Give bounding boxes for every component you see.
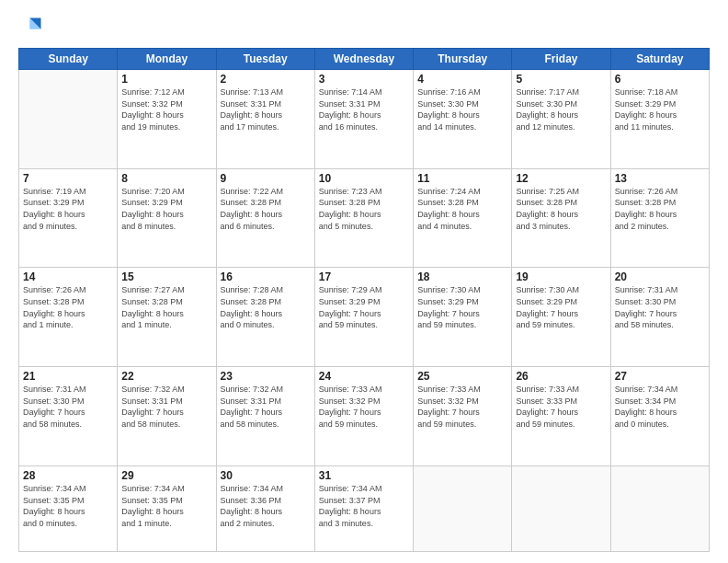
- logo: [18, 15, 48, 40]
- day-info: Sunrise: 7:14 AM Sunset: 3:31 PM Dayligh…: [319, 86, 409, 132]
- day-info: Sunrise: 7:20 AM Sunset: 3:29 PM Dayligh…: [121, 186, 211, 232]
- day-number: 15: [121, 270, 211, 283]
- calendar-cell: 12Sunrise: 7:25 AM Sunset: 3:28 PM Dayli…: [512, 168, 610, 268]
- calendar-cell: 9Sunrise: 7:22 AM Sunset: 3:28 PM Daylig…: [216, 168, 314, 268]
- day-number: 8: [121, 172, 211, 185]
- day-number: 1: [121, 73, 211, 86]
- page: SundayMondayTuesdayWednesdayThursdayFrid…: [0, 0, 728, 563]
- calendar-weekday-wednesday: Wednesday: [314, 49, 413, 70]
- day-number: 22: [121, 370, 211, 383]
- day-number: 4: [417, 73, 507, 86]
- day-number: 28: [23, 469, 113, 482]
- calendar-cell: 19Sunrise: 7:30 AM Sunset: 3:29 PM Dayli…: [512, 268, 610, 367]
- day-info: Sunrise: 7:16 AM Sunset: 3:30 PM Dayligh…: [417, 86, 507, 132]
- calendar-cell: 11Sunrise: 7:24 AM Sunset: 3:28 PM Dayli…: [414, 168, 512, 268]
- day-number: 25: [417, 370, 507, 383]
- day-number: 30: [221, 469, 311, 482]
- day-number: 6: [615, 73, 705, 86]
- calendar-cell: 17Sunrise: 7:29 AM Sunset: 3:29 PM Dayli…: [314, 268, 413, 367]
- calendar-cell: 22Sunrise: 7:32 AM Sunset: 3:31 PM Dayli…: [118, 367, 216, 466]
- day-number: 2: [221, 73, 311, 86]
- day-info: Sunrise: 7:34 AM Sunset: 3:37 PM Dayligh…: [319, 483, 409, 529]
- calendar-cell: 14Sunrise: 7:26 AM Sunset: 3:28 PM Dayli…: [19, 268, 118, 367]
- calendar-weekday-friday: Friday: [512, 49, 610, 70]
- day-info: Sunrise: 7:31 AM Sunset: 3:30 PM Dayligh…: [23, 384, 113, 430]
- day-info: Sunrise: 7:18 AM Sunset: 3:29 PM Dayligh…: [615, 86, 705, 132]
- calendar-cell: 15Sunrise: 7:27 AM Sunset: 3:28 PM Dayli…: [118, 268, 216, 367]
- day-number: 17: [319, 270, 409, 283]
- day-number: 7: [23, 172, 113, 185]
- day-info: Sunrise: 7:34 AM Sunset: 3:35 PM Dayligh…: [121, 483, 211, 529]
- calendar-cell: 27Sunrise: 7:34 AM Sunset: 3:34 PM Dayli…: [610, 367, 709, 466]
- day-number: 23: [221, 370, 311, 383]
- day-number: 11: [417, 172, 507, 185]
- calendar-cell: 13Sunrise: 7:26 AM Sunset: 3:28 PM Dayli…: [610, 168, 709, 268]
- calendar-cell: [610, 465, 709, 551]
- day-info: Sunrise: 7:33 AM Sunset: 3:32 PM Dayligh…: [319, 384, 409, 430]
- day-info: Sunrise: 7:27 AM Sunset: 3:28 PM Dayligh…: [121, 284, 211, 330]
- day-info: Sunrise: 7:26 AM Sunset: 3:28 PM Dayligh…: [23, 284, 113, 330]
- calendar-weekday-monday: Monday: [118, 49, 216, 70]
- calendar-cell: 28Sunrise: 7:34 AM Sunset: 3:35 PM Dayli…: [19, 465, 118, 551]
- calendar-cell: 25Sunrise: 7:33 AM Sunset: 3:32 PM Dayli…: [414, 367, 512, 466]
- calendar-cell: 31Sunrise: 7:34 AM Sunset: 3:37 PM Dayli…: [314, 465, 413, 551]
- calendar-weekday-thursday: Thursday: [414, 49, 512, 70]
- day-number: 13: [615, 172, 705, 185]
- day-info: Sunrise: 7:34 AM Sunset: 3:35 PM Dayligh…: [23, 483, 113, 529]
- day-info: Sunrise: 7:34 AM Sunset: 3:36 PM Dayligh…: [221, 483, 311, 529]
- calendar-cell: [414, 465, 512, 551]
- calendar-cell: [512, 465, 610, 551]
- day-number: 29: [121, 469, 211, 482]
- calendar-cell: 8Sunrise: 7:20 AM Sunset: 3:29 PM Daylig…: [118, 168, 216, 268]
- day-info: Sunrise: 7:33 AM Sunset: 3:33 PM Dayligh…: [516, 384, 606, 430]
- day-info: Sunrise: 7:26 AM Sunset: 3:28 PM Dayligh…: [615, 186, 705, 232]
- calendar-weekday-sunday: Sunday: [19, 49, 118, 70]
- calendar-cell: 21Sunrise: 7:31 AM Sunset: 3:30 PM Dayli…: [19, 367, 118, 466]
- day-info: Sunrise: 7:30 AM Sunset: 3:29 PM Dayligh…: [516, 284, 606, 330]
- calendar-weekday-tuesday: Tuesday: [216, 49, 314, 70]
- day-number: 14: [23, 270, 113, 283]
- calendar-cell: 7Sunrise: 7:19 AM Sunset: 3:29 PM Daylig…: [19, 168, 118, 268]
- day-info: Sunrise: 7:23 AM Sunset: 3:28 PM Dayligh…: [319, 186, 409, 232]
- day-number: 3: [319, 73, 409, 86]
- calendar-week-row: 7Sunrise: 7:19 AM Sunset: 3:29 PM Daylig…: [19, 168, 710, 268]
- day-number: 26: [516, 370, 606, 383]
- day-info: Sunrise: 7:33 AM Sunset: 3:32 PM Dayligh…: [417, 384, 507, 430]
- calendar-week-row: 28Sunrise: 7:34 AM Sunset: 3:35 PM Dayli…: [19, 465, 710, 551]
- calendar-cell: 18Sunrise: 7:30 AM Sunset: 3:29 PM Dayli…: [414, 268, 512, 367]
- calendar-week-row: 21Sunrise: 7:31 AM Sunset: 3:30 PM Dayli…: [19, 367, 710, 466]
- day-info: Sunrise: 7:30 AM Sunset: 3:29 PM Dayligh…: [417, 284, 507, 330]
- day-info: Sunrise: 7:24 AM Sunset: 3:28 PM Dayligh…: [417, 186, 507, 232]
- calendar-cell: 1Sunrise: 7:12 AM Sunset: 3:32 PM Daylig…: [118, 70, 216, 169]
- day-info: Sunrise: 7:19 AM Sunset: 3:29 PM Dayligh…: [23, 186, 113, 232]
- day-info: Sunrise: 7:32 AM Sunset: 3:31 PM Dayligh…: [221, 384, 311, 430]
- calendar-cell: 4Sunrise: 7:16 AM Sunset: 3:30 PM Daylig…: [414, 70, 512, 169]
- day-info: Sunrise: 7:12 AM Sunset: 3:32 PM Dayligh…: [121, 86, 211, 132]
- calendar-cell: 3Sunrise: 7:14 AM Sunset: 3:31 PM Daylig…: [314, 70, 413, 169]
- calendar-cell: 30Sunrise: 7:34 AM Sunset: 3:36 PM Dayli…: [216, 465, 314, 551]
- day-number: 18: [417, 270, 507, 283]
- day-number: 24: [319, 370, 409, 383]
- day-info: Sunrise: 7:29 AM Sunset: 3:29 PM Dayligh…: [319, 284, 409, 330]
- day-number: 16: [221, 270, 311, 283]
- calendar-week-row: 14Sunrise: 7:26 AM Sunset: 3:28 PM Dayli…: [19, 268, 710, 367]
- calendar-cell: 10Sunrise: 7:23 AM Sunset: 3:28 PM Dayli…: [314, 168, 413, 268]
- day-number: 27: [615, 370, 705, 383]
- calendar-cell: 26Sunrise: 7:33 AM Sunset: 3:33 PM Dayli…: [512, 367, 610, 466]
- calendar-cell: 6Sunrise: 7:18 AM Sunset: 3:29 PM Daylig…: [610, 70, 709, 169]
- day-info: Sunrise: 7:32 AM Sunset: 3:31 PM Dayligh…: [121, 384, 211, 430]
- calendar-cell: 16Sunrise: 7:28 AM Sunset: 3:28 PM Dayli…: [216, 268, 314, 367]
- calendar-cell: 24Sunrise: 7:33 AM Sunset: 3:32 PM Dayli…: [314, 367, 413, 466]
- day-number: 19: [516, 270, 606, 283]
- day-info: Sunrise: 7:34 AM Sunset: 3:34 PM Dayligh…: [615, 384, 705, 430]
- header: [18, 15, 710, 40]
- day-number: 10: [319, 172, 409, 185]
- calendar-cell: 5Sunrise: 7:17 AM Sunset: 3:30 PM Daylig…: [512, 70, 610, 169]
- day-number: 31: [319, 469, 409, 482]
- day-info: Sunrise: 7:28 AM Sunset: 3:28 PM Dayligh…: [221, 284, 311, 330]
- day-info: Sunrise: 7:25 AM Sunset: 3:28 PM Dayligh…: [516, 186, 606, 232]
- day-info: Sunrise: 7:17 AM Sunset: 3:30 PM Dayligh…: [516, 86, 606, 132]
- calendar-table: SundayMondayTuesdayWednesdayThursdayFrid…: [18, 48, 710, 552]
- calendar-weekday-saturday: Saturday: [610, 49, 709, 70]
- day-number: 20: [615, 270, 705, 283]
